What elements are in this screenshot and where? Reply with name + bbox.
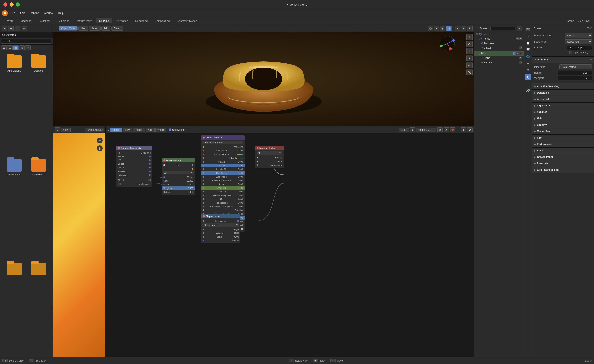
node-canvas[interactable]: Texture Coordinate Generated Normal UV O… — [106, 133, 474, 364]
select-menu[interactable]: Select — [89, 26, 101, 31]
search-input[interactable] — [1, 39, 51, 44]
tab-modeling[interactable]: Modeling — [17, 18, 35, 23]
view-menu[interactable]: View — [78, 26, 88, 31]
noise-texture-node[interactable]: Noise Texture Fac — [162, 158, 195, 195]
grease-pencil-header[interactable]: ▶ Grease Pencil — [532, 154, 594, 160]
outliner-item-glasur[interactable]: ▽ Glasur 👁 — [474, 46, 524, 50]
zoom-icon[interactable]: ⊕ — [97, 138, 103, 143]
object-menu[interactable]: Object — [111, 26, 123, 31]
simplify-header[interactable]: ▶ Simplify — [532, 122, 594, 128]
color-management-header[interactable]: ▶ Color Management — [532, 167, 594, 173]
output-type-select[interactable]: All ▼ — [256, 151, 282, 155]
render-icon-camera[interactable]: 📷 — [525, 26, 531, 32]
advanced-header[interactable]: ▶ Advanced — [532, 96, 594, 102]
add-menu[interactable]: Add — [101, 26, 110, 31]
viewport-overlay-toggle[interactable]: ⊞ — [455, 26, 460, 31]
settings-icon[interactable]: ⚙ — [590, 27, 592, 30]
filter-button[interactable]: ≡ — [25, 45, 31, 50]
node-zoom-in[interactable]: ▲ — [461, 127, 466, 132]
sampling-settings[interactable]: ☰ — [590, 59, 592, 61]
render-icon-world[interactable]: 🌐 — [525, 53, 531, 60]
back-button[interactable]: ◀ — [2, 26, 7, 31]
outliner-item-krummel[interactable]: ▽ Krummel 👁 — [474, 60, 524, 65]
sampling-section-header[interactable]: ▼ Sampling ☰ — [532, 57, 594, 63]
bake-header[interactable]: ▶ Bake — [532, 147, 594, 154]
use-nodes-toggle[interactable]: Use Nodes — [169, 128, 184, 131]
motion-blur-header[interactable]: ▶ Motion Blur — [532, 128, 594, 134]
tool-scale[interactable]: ⤢ — [466, 48, 472, 54]
file-item[interactable]: Applications — [4, 55, 24, 155]
outliner-item-miljo[interactable]: ▽ Miljø 👁 📷 — [474, 51, 524, 56]
pan-icon[interactable]: ✋ — [97, 146, 103, 151]
viewport-shading-material[interactable]: ◐ — [440, 26, 446, 31]
node-copy-button[interactable]: ⧉ — [437, 127, 443, 132]
adaptive-sampling-header[interactable]: ▶ Adaptive Sampling — [532, 83, 594, 90]
render-icon-constraints[interactable]: 🔗 — [525, 88, 531, 94]
miljo-check[interactable] — [513, 52, 516, 55]
file-item[interactable]: Desktop — [28, 55, 48, 155]
from-instancer-check[interactable] — [118, 183, 121, 185]
refresh-button[interactable]: ⟳ — [21, 26, 27, 31]
tab-animation[interactable]: Animation — [113, 18, 131, 23]
up-button[interactable]: ↑ — [15, 26, 20, 31]
outliner-filter[interactable]: ⊟ — [517, 26, 522, 31]
disp-space-select[interactable]: Object Space ▼ — [202, 223, 239, 227]
node-delete-button[interactable]: ✕ — [444, 127, 449, 132]
outliner-item-scene[interactable]: ▽ 🌐 Scene — [474, 32, 524, 36]
outliner-search[interactable] — [490, 26, 515, 30]
displacement-node[interactable]: Displacement Displacement Object Space — [201, 214, 240, 243]
render-samples-input[interactable] — [558, 71, 592, 75]
freestyle-header[interactable]: ▶ Freestyle — [532, 160, 594, 166]
render-icon-particles[interactable]: · — [525, 81, 531, 87]
node-object-select[interactable]: Object — [110, 128, 122, 132]
file-item[interactable]: Downloads — [28, 159, 48, 259]
blender-logo[interactable]: B — [2, 10, 8, 16]
render-icon-modifiers[interactable]: ⚙ — [525, 67, 531, 73]
tab-sculpting[interactable]: Sculpting — [35, 18, 53, 23]
maximize-button[interactable] — [16, 2, 20, 7]
denoising-header[interactable]: ▶ Denoising — [532, 90, 594, 96]
torus-render[interactable]: 📷 — [519, 37, 522, 40]
plane-visibility[interactable]: 👁 — [519, 57, 522, 60]
open-shading-check[interactable] — [569, 51, 572, 54]
minimize-button[interactable] — [10, 2, 14, 7]
close-button[interactable] — [3, 2, 7, 7]
performance-header[interactable]: ▶ Performance — [532, 141, 594, 147]
sort-button[interactable]: ⇅ — [19, 45, 25, 50]
menu-render[interactable]: Render — [27, 11, 41, 15]
forward-button[interactable]: ▶ — [8, 26, 14, 31]
tool-measure[interactable]: 📏 — [466, 69, 472, 75]
file-item[interactable] — [28, 263, 48, 359]
viewport-gizmo-toggle[interactable]: ⊕ — [461, 26, 466, 31]
tab-rendering[interactable]: Rendering — [132, 18, 151, 23]
miljo-visibility[interactable]: 👁 — [516, 52, 519, 55]
tab-compositing[interactable]: Compositing — [151, 18, 173, 23]
tool-transform[interactable]: ✦ — [466, 55, 472, 61]
hair-header[interactable]: ▶ Hair — [532, 115, 594, 122]
light-paths-header[interactable]: ▶ Light Paths — [532, 103, 594, 109]
node-node-menu[interactable]: Node — [155, 128, 166, 132]
menu-file[interactable]: File — [9, 11, 17, 15]
miljo-render[interactable]: 📷 — [519, 52, 522, 55]
file-item[interactable] — [4, 263, 24, 359]
menu-edit[interactable]: Edit — [18, 11, 27, 15]
tool-move[interactable]: ↕ — [466, 34, 472, 40]
slot-selector[interactable]: Slot 1 — [398, 128, 409, 132]
krummel-visibility[interactable]: 👁 — [519, 61, 522, 64]
outliner-item-plane[interactable]: ▽ Plane 👁 — [474, 56, 524, 60]
noise-3d-select[interactable]: 3D ▼ — [163, 171, 194, 174]
node-add-menu[interactable]: Add — [146, 128, 155, 132]
render-icon-material[interactable]: ◐ — [525, 74, 531, 80]
menu-window[interactable]: Window — [41, 11, 55, 15]
outliner-item-torus[interactable]: ▽ ▽ Torus 👁 📷 — [474, 36, 524, 41]
viewport-shading-wire[interactable]: ◎ — [428, 26, 433, 31]
render-engine-select[interactable]: Cycles EEVEE — [565, 33, 592, 38]
tab-layout[interactable]: Layout — [2, 18, 17, 23]
tab-shading[interactable]: Shading — [96, 18, 113, 23]
viewport-pause-render[interactable]: ⏸ — [467, 26, 472, 31]
tool-rotate[interactable]: ⟳ — [466, 41, 472, 47]
node-pin-button[interactable]: 📌 — [450, 127, 455, 132]
film-header[interactable]: ▶ Film — [532, 135, 594, 141]
integrator-select[interactable]: Path Tracing Branched Path Tracing — [559, 64, 592, 69]
node-settings[interactable]: ⚙ — [467, 127, 472, 132]
